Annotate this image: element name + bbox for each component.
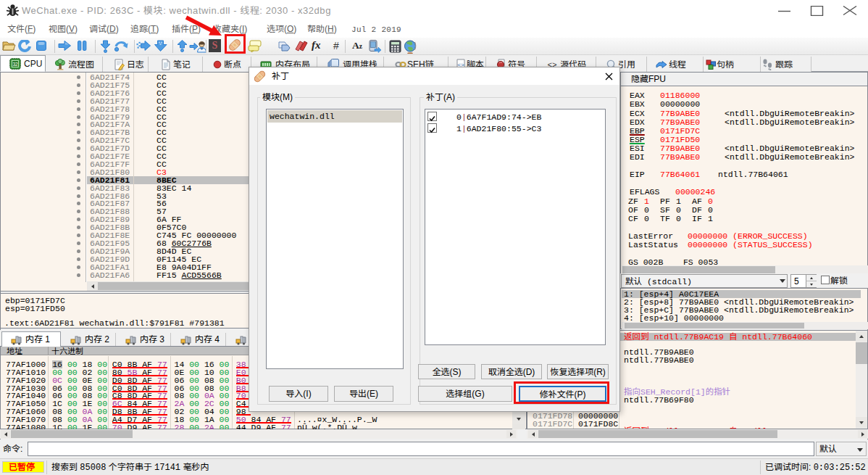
svg-text:32: 32 — [12, 62, 18, 67]
